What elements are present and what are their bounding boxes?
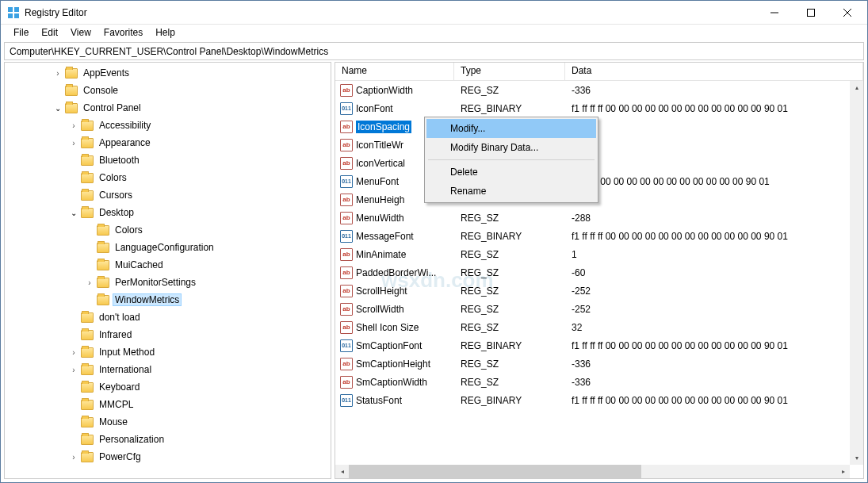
tree-item[interactable]: Mouse (5, 413, 331, 431)
chevron-none[interactable] (68, 312, 79, 323)
tree-item[interactable]: don't load (5, 309, 331, 326)
value-data: 1 (565, 249, 863, 260)
table-row[interactable]: abIconSpacingREG_SZ-1128 (335, 117, 863, 136)
tree-item[interactable]: ›Accessibility (5, 117, 331, 134)
value-data: -60 (565, 267, 863, 278)
tree-item[interactable]: Bluetooth (5, 151, 331, 169)
chevron-right-icon[interactable]: › (52, 67, 63, 79)
table-row[interactable]: abSmCaptionWidthREG_SZ-336 (335, 373, 863, 391)
table-row[interactable]: abSmCaptionHeightREG_SZ-336 (335, 355, 863, 373)
table-row[interactable]: 011IconFontREG_BINARYf1 ff ff ff 00 00 0… (335, 99, 863, 117)
chevron-right-icon[interactable]: › (68, 120, 79, 131)
chevron-right-icon[interactable]: › (68, 347, 79, 358)
chevron-none[interactable] (84, 242, 95, 253)
table-row[interactable]: abCaptionWidthREG_SZ-336 (335, 81, 863, 99)
table-row[interactable]: abMinAnimateREG_SZ1 (335, 245, 863, 263)
chevron-down-icon[interactable]: ⌄ (52, 102, 63, 113)
column-name[interactable]: Name (335, 63, 454, 80)
table-row[interactable]: abScrollWidthREG_SZ-252 (335, 300, 863, 318)
tree-item[interactable]: Infrared (5, 326, 331, 343)
folder-icon (97, 260, 109, 270)
chevron-right-icon[interactable]: › (68, 364, 79, 375)
chevron-none[interactable] (52, 85, 63, 96)
address-bar[interactable]: Computer\HKEY_CURRENT_USER\Control Panel… (4, 42, 864, 60)
tree-item[interactable]: MuiCached (5, 256, 331, 274)
tree-item[interactable]: ›PowerCfg (5, 448, 331, 466)
tree-item[interactable]: MMCPL (5, 396, 331, 413)
context-menu-item[interactable]: Rename (426, 182, 596, 201)
scroll-down-icon[interactable]: ▾ (850, 451, 863, 465)
scroll-right-icon[interactable]: ▸ (836, 465, 850, 478)
tree-item[interactable]: ⌄Desktop (5, 204, 331, 221)
menu-favorites[interactable]: Favorites (98, 25, 149, 40)
chevron-none[interactable] (84, 259, 95, 270)
chevron-none[interactable] (68, 190, 79, 201)
tree-item[interactable]: Cursors (5, 186, 331, 204)
context-menu-item[interactable]: Delete (426, 163, 596, 182)
menu-edit[interactable]: Edit (35, 25, 64, 40)
value-data: 32 (565, 322, 863, 333)
folder-icon (81, 155, 94, 166)
reg-string-icon: ab (340, 121, 353, 133)
scroll-left-icon[interactable]: ◂ (335, 465, 349, 478)
chevron-right-icon[interactable]: › (84, 277, 95, 288)
vertical-scrollbar[interactable]: ▴ ▾ (850, 81, 863, 465)
chevron-right-icon[interactable]: › (68, 451, 79, 462)
chevron-none[interactable] (84, 224, 95, 236)
list-body[interactable]: abCaptionWidthREG_SZ-336011IconFontREG_B… (335, 81, 863, 478)
table-row[interactable]: 011SmCaptionFontREG_BINARYf1 ff ff ff 00… (335, 336, 863, 355)
tree-item[interactable]: LanguageConfiguration (5, 239, 331, 256)
tree-item[interactable]: Colors (5, 169, 331, 186)
context-menu-item[interactable]: Modify Binary Data... (426, 138, 596, 157)
chevron-none[interactable] (68, 434, 79, 445)
maximize-button[interactable] (793, 1, 829, 25)
table-row[interactable]: abIconVertical8 (335, 154, 863, 172)
tree-item[interactable]: Console (5, 82, 331, 99)
close-button[interactable] (829, 1, 866, 25)
tree-item[interactable]: ›Input Method (5, 343, 331, 361)
table-row[interactable]: abScrollHeightREG_SZ-252 (335, 282, 863, 300)
table-row[interactable]: 011StatusFontREG_BINARYf1 ff ff ff 00 00… (335, 391, 863, 409)
tree-pane[interactable]: ›AppEventsConsole⌄Control Panel›Accessib… (4, 62, 331, 479)
chevron-none[interactable] (84, 294, 95, 305)
minimize-button[interactable] (756, 1, 793, 25)
table-row[interactable]: abShell Icon SizeREG_SZ32 (335, 318, 863, 336)
table-row[interactable]: abMenuHeigh (335, 190, 863, 209)
table-row[interactable]: abMenuWidthREG_SZ-288 (335, 209, 863, 227)
chevron-none[interactable] (68, 416, 79, 427)
folder-icon (81, 121, 94, 131)
column-data[interactable]: Data (565, 63, 863, 80)
tree-item[interactable]: ›International (5, 361, 331, 378)
table-row[interactable]: abIconTitleWr (335, 136, 863, 154)
tree-item[interactable]: ⌄Control Panel (5, 99, 331, 117)
context-menu-item[interactable]: Modify... (426, 119, 596, 138)
chevron-none[interactable] (68, 172, 79, 183)
scroll-thumb[interactable] (349, 465, 641, 478)
table-row[interactable]: 011MenuFontff ff 00 00 00 00 00 00 00 00… (335, 172, 863, 190)
menu-file[interactable]: File (7, 25, 35, 40)
chevron-right-icon[interactable]: › (68, 137, 79, 148)
menu-help[interactable]: Help (149, 25, 182, 40)
chevron-none[interactable] (68, 329, 79, 340)
value-type: REG_SZ (454, 377, 565, 388)
tree-item[interactable]: Keyboard (5, 378, 331, 396)
table-row[interactable]: abPaddedBorderWi...REG_SZ-60 (335, 263, 863, 282)
chevron-none[interactable] (68, 155, 79, 166)
chevron-down-icon[interactable]: ⌄ (68, 207, 79, 218)
tree-item[interactable]: WindowMetrics (5, 291, 331, 309)
tree-item[interactable]: ›PerMonitorSettings (5, 274, 331, 291)
menu-view[interactable]: View (64, 25, 98, 40)
column-type[interactable]: Type (454, 63, 565, 80)
value-data: -288 (565, 213, 863, 224)
scroll-up-icon[interactable]: ▴ (850, 81, 863, 94)
tree-item[interactable]: ›AppEvents (5, 64, 331, 82)
tree-item[interactable]: ›Appearance (5, 134, 331, 151)
horizontal-scrollbar[interactable]: ◂ ▸ (335, 465, 850, 478)
tree-item[interactable]: Colors (5, 221, 331, 239)
value-type: REG_BINARY (454, 103, 565, 114)
tree-item[interactable]: Personalization (5, 431, 331, 448)
chevron-none[interactable] (68, 381, 79, 393)
chevron-none[interactable] (68, 399, 79, 410)
table-row[interactable]: 011MessageFontREG_BINARYf1 ff ff ff 00 0… (335, 227, 863, 245)
tree-item-label: Cursors (97, 189, 135, 201)
